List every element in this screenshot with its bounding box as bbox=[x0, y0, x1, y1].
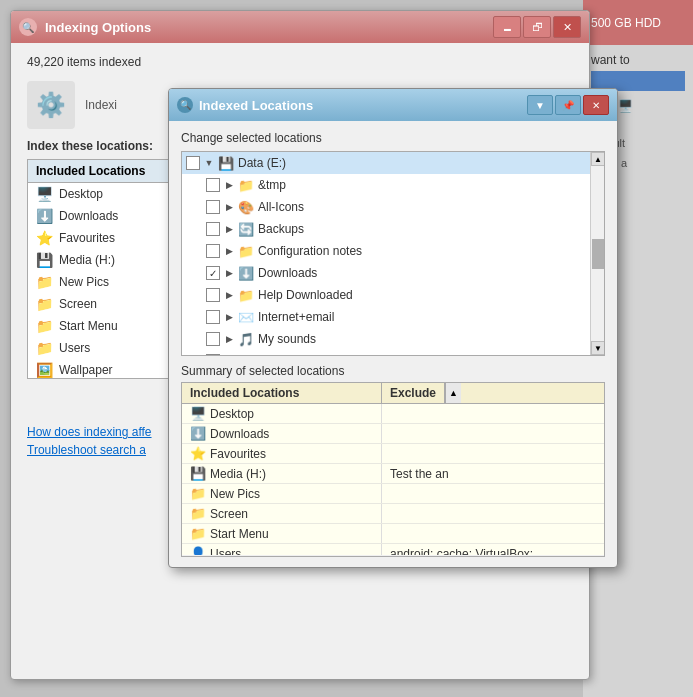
tree-row[interactable]: ▶ 📁 Help Downloaded bbox=[182, 284, 590, 306]
dialog-title: Indexed Locations bbox=[199, 98, 527, 113]
hdd-label: 500 GB HDD bbox=[591, 16, 661, 30]
summary-loc-label: New Pics bbox=[210, 487, 260, 501]
tree-item-icon: 📁 bbox=[238, 353, 254, 356]
location-label: Screen bbox=[59, 297, 97, 311]
summary-exclude-cell bbox=[382, 524, 604, 543]
summary-location-cell: ⬇️ Downloads bbox=[182, 424, 382, 443]
dialog-filter-btn[interactable]: ▼ bbox=[527, 95, 553, 115]
indexing-restore-btn[interactable]: 🗗 bbox=[523, 16, 551, 38]
want-text: want to bbox=[591, 53, 685, 67]
tree-item-icon: 🎨 bbox=[238, 199, 254, 215]
summary-body: 🖥️ Desktop ⬇️ Downloads ⭐ Favourites 💾 M… bbox=[182, 404, 604, 555]
summary-exclude-cell: android: cache; VirtualBox; bbox=[382, 544, 604, 555]
summary-loc-label: Desktop bbox=[210, 407, 254, 421]
tree-row[interactable]: ▶ 📁 &tmp bbox=[182, 174, 590, 196]
tree-item-label: &tmp bbox=[258, 178, 286, 192]
tree-item-icon: 🔄 bbox=[238, 221, 254, 237]
location-icon: ⭐ bbox=[36, 230, 53, 246]
location-icon: ⬇️ bbox=[36, 208, 53, 224]
location-label: Users bbox=[59, 341, 90, 355]
tree-checkbox[interactable] bbox=[206, 222, 220, 236]
tree-item-label: MyFiles&Folders bbox=[258, 354, 347, 356]
tree-checkbox[interactable] bbox=[206, 178, 220, 192]
location-label: Start Menu bbox=[59, 319, 118, 333]
expand-arrow[interactable]: ▶ bbox=[222, 354, 236, 356]
tree-item-icon: 💾 bbox=[218, 155, 234, 171]
summary-row: 📁 Screen bbox=[182, 504, 604, 524]
tree-item-label: Data (E:) bbox=[238, 156, 286, 170]
tree-checkbox[interactable] bbox=[206, 310, 220, 324]
tree-checkbox[interactable] bbox=[186, 156, 200, 170]
expand-arrow[interactable]: ▼ bbox=[202, 156, 216, 170]
dialog-pin-btn[interactable]: 📌 bbox=[555, 95, 581, 115]
tree-item-label: Internet+email bbox=[258, 310, 334, 324]
location-icon: 📁 bbox=[36, 340, 53, 356]
tree-item-icon: ✉️ bbox=[238, 309, 254, 325]
tree-scrollbar[interactable]: ▲ ▼ bbox=[590, 152, 604, 355]
expand-arrow[interactable]: ▶ bbox=[222, 178, 236, 192]
tree-row[interactable]: ▶ 📁 MyFiles&Folders bbox=[182, 350, 590, 356]
tree-checkbox[interactable] bbox=[206, 244, 220, 258]
tree-row[interactable]: ▼ 💾 Data (E:) bbox=[182, 152, 590, 174]
summary-location-cell: 👤 Users bbox=[182, 544, 382, 555]
summary-label: Summary of selected locations bbox=[181, 364, 605, 378]
window-icon: 🖥️ bbox=[618, 99, 633, 113]
summary-location-cell: 💾 Media (H:) bbox=[182, 464, 382, 483]
expand-arrow[interactable]: ▶ bbox=[222, 266, 236, 280]
summary-loc-icon: ⭐ bbox=[190, 446, 206, 461]
location-label: Wallpaper bbox=[59, 363, 113, 377]
dialog-window-buttons: ▼ 📌 ✕ bbox=[527, 95, 609, 115]
indexing-window-buttons: 🗕 🗗 ✕ bbox=[493, 16, 581, 38]
summary-loc-label: Downloads bbox=[210, 427, 269, 441]
indexing-close-btn[interactable]: ✕ bbox=[553, 16, 581, 38]
change-locations-label: Change selected locations bbox=[181, 131, 605, 145]
tree-item-label: My sounds bbox=[258, 332, 316, 346]
tree-checkbox[interactable] bbox=[206, 332, 220, 346]
summary-row: 👤 Users android: cache; VirtualBox; bbox=[182, 544, 604, 555]
expand-arrow[interactable]: ▶ bbox=[222, 332, 236, 346]
scroll-up-btn[interactable]: ▲ bbox=[591, 152, 605, 166]
gear-icon: ⚙️ bbox=[27, 81, 75, 129]
expand-arrow[interactable]: ▶ bbox=[222, 222, 236, 236]
tree-checkbox[interactable] bbox=[206, 200, 220, 214]
summary-location-cell: 📁 Start Menu bbox=[182, 524, 382, 543]
tree-checkbox[interactable] bbox=[206, 266, 220, 280]
location-icon: 📁 bbox=[36, 318, 53, 334]
summary-location-cell: ⭐ Favourites bbox=[182, 444, 382, 463]
indexing-minimize-btn[interactable]: 🗕 bbox=[493, 16, 521, 38]
dialog-titlebar: 🔍 Indexed Locations ▼ 📌 ✕ bbox=[169, 89, 617, 121]
tree-row[interactable]: ▶ ✉️ Internet+email bbox=[182, 306, 590, 328]
summary-loc-label: Users bbox=[210, 547, 241, 556]
expand-arrow[interactable]: ▶ bbox=[222, 310, 236, 324]
location-icon: 💾 bbox=[36, 252, 53, 268]
tree-item-icon: 🎵 bbox=[238, 331, 254, 347]
summary-exclude-value: android: cache; VirtualBox; bbox=[390, 547, 533, 556]
tree-item-icon: 📁 bbox=[238, 287, 254, 303]
tree-checkbox[interactable] bbox=[206, 354, 220, 356]
tree-row[interactable]: ▶ 🎨 All-Icons bbox=[182, 196, 590, 218]
summary-location-cell: 🖥️ Desktop bbox=[182, 404, 382, 423]
summary-loc-label: Favourites bbox=[210, 447, 266, 461]
location-icon: 📁 bbox=[36, 274, 53, 290]
tree-checkbox[interactable] bbox=[206, 288, 220, 302]
tree-row[interactable]: ▶ 📁 Configuration notes bbox=[182, 240, 590, 262]
summary-col-exclude: Exclude bbox=[382, 383, 445, 403]
expand-arrow[interactable]: ▶ bbox=[222, 244, 236, 258]
summary-loc-icon: 📁 bbox=[190, 506, 206, 521]
summary-loc-label: Screen bbox=[210, 507, 248, 521]
indexing-window-title: Indexing Options bbox=[45, 20, 493, 35]
tree-item-label: Configuration notes bbox=[258, 244, 362, 258]
tree-row[interactable]: ▶ ⬇️ Downloads bbox=[182, 262, 590, 284]
summary-row: ⭐ Favourites bbox=[182, 444, 604, 464]
tree-row[interactable]: ▶ 🔄 Backups bbox=[182, 218, 590, 240]
tree-item-label: All-Icons bbox=[258, 200, 304, 214]
dialog-close-btn[interactable]: ✕ bbox=[583, 95, 609, 115]
tree-container[interactable]: ▼ 💾 Data (E:) ▶ 📁 &tmp ▶ 🎨 All-Icons ▶ 🔄… bbox=[181, 151, 605, 356]
tree-row[interactable]: ▶ 🎵 My sounds bbox=[182, 328, 590, 350]
expand-arrow[interactable]: ▶ bbox=[222, 200, 236, 214]
indexing-window-icon: 🔍 bbox=[19, 18, 37, 36]
expand-arrow[interactable]: ▶ bbox=[222, 288, 236, 302]
scroll-down-btn[interactable]: ▼ bbox=[591, 341, 605, 355]
summary-exclude-cell bbox=[382, 484, 604, 503]
summary-scroll-up[interactable]: ▲ bbox=[445, 383, 461, 403]
